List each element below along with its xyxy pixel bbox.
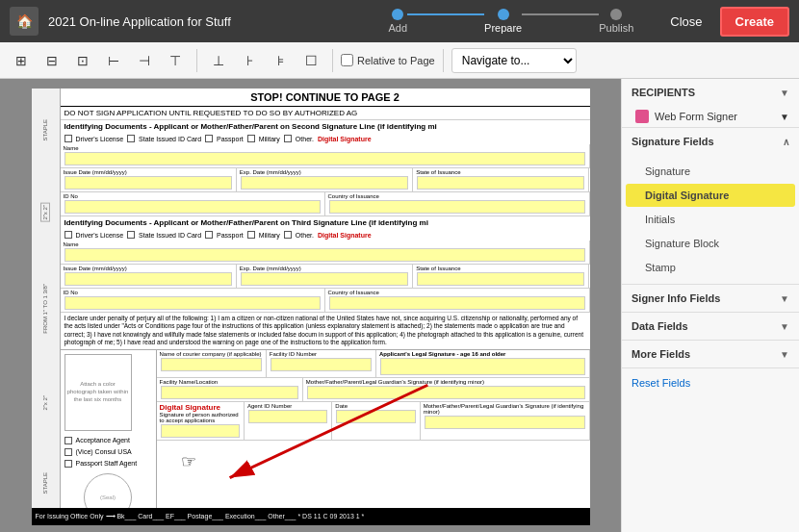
- relative-to-page-label: Relative to Page: [341, 54, 435, 66]
- step-line-2: [522, 13, 599, 15]
- exp-date-field-2[interactable]: [241, 272, 408, 286]
- toolbar-btn-6[interactable]: ⊤: [162, 47, 189, 74]
- doc-stop-header: STOP! CONTINUE TO PAGE 2: [61, 89, 590, 107]
- facility-id-field[interactable]: [271, 358, 372, 371]
- mother-sig2-cell: Mother/Father/Parent/Legal Guardian's Si…: [421, 402, 590, 440]
- courier-field[interactable]: [161, 358, 262, 371]
- sig-field-initials[interactable]: Initials: [626, 208, 795, 231]
- toolbar-separator-2: [332, 49, 333, 72]
- toolbar-btn-7[interactable]: ⊥: [205, 47, 232, 74]
- toolbar-btn-4[interactable]: ⊢: [100, 47, 127, 74]
- step-add[interactable]: Add: [388, 9, 407, 34]
- main-content: STAPLE 2"x 2" FROM 1" TO 1 3/8" 2"x 2" S…: [0, 79, 799, 532]
- more-fields-title: More Fields: [631, 348, 690, 360]
- toolbar-btn-3[interactable]: ⊡: [69, 47, 96, 74]
- state-field-2[interactable]: [417, 272, 584, 286]
- sig-fields-title: Signature Fields: [631, 136, 714, 147]
- relative-to-page-checkbox[interactable]: [341, 54, 353, 66]
- exp-date-cell-2: Exp. Date (mm/dd/yyyy): [237, 265, 413, 288]
- top-bar: 🏠 2021 On-line Application for Stuff Add…: [0, 0, 799, 42]
- checkbox-passport-2[interactable]: [205, 231, 213, 239]
- document-page: STAPLE 2"x 2" FROM 1" TO 1 3/8" 2"x 2" S…: [32, 89, 590, 525]
- country-field-1[interactable]: [329, 200, 585, 214]
- signer-info-header[interactable]: Signer Info Fields ▼: [622, 285, 799, 312]
- country-field-2[interactable]: [329, 296, 585, 310]
- dates-row-1: Issue Date (mm/dd/yyyy) Exp. Date (mm/dd…: [61, 168, 590, 192]
- data-fields-header[interactable]: Data Fields ▼: [622, 313, 799, 340]
- more-fields-header[interactable]: More Fields ▼: [622, 341, 799, 367]
- agent-id-field[interactable]: [248, 410, 327, 423]
- id-field-1[interactable]: [64, 200, 321, 214]
- name-field-2[interactable]: [64, 248, 585, 262]
- step-prepare[interactable]: Prepare: [484, 9, 522, 34]
- create-button[interactable]: Create: [720, 7, 789, 37]
- checkbox-state-id-1[interactable]: [127, 135, 135, 142]
- courier-row: Name of courier company (if applicable) …: [157, 350, 590, 378]
- legal-sig-field[interactable]: [380, 358, 585, 375]
- facility-row: Facility Name/Location Mother/Father/Par…: [157, 378, 590, 402]
- state-field-1[interactable]: [417, 176, 584, 190]
- checkbox-military-2[interactable]: [247, 231, 255, 239]
- checkbox-drivers-license-2[interactable]: [64, 231, 72, 239]
- sig-fields-header[interactable]: Signature Fields ∧: [622, 128, 799, 155]
- exp-date-field-1[interactable]: [241, 176, 408, 190]
- staple-dim1: 2"x 2": [40, 203, 50, 222]
- checkbox-other-2[interactable]: [284, 231, 292, 239]
- checkbox-military-1[interactable]: [247, 135, 255, 142]
- date-field[interactable]: [336, 410, 415, 423]
- reset-fields-link[interactable]: Reset Fields: [631, 377, 690, 389]
- facility-name-field[interactable]: [161, 386, 298, 399]
- id-field-2[interactable]: [64, 296, 321, 310]
- digital-sig-label-1: Digital Signature: [318, 136, 372, 142]
- date-cell: Date: [332, 402, 420, 440]
- signer-info-title: Signer Info Fields: [631, 292, 720, 304]
- vice-consul-row: (Vice) Consul USA: [61, 446, 156, 458]
- agent-row: Digital Signature Signature of person au…: [157, 402, 590, 441]
- id-row-1: ID No Country of Issuance: [61, 192, 590, 216]
- mother-sig-field[interactable]: [307, 386, 585, 399]
- sig-fields-list: Signature Digital Signature Initials Sig…: [622, 155, 799, 284]
- sig-field-stamp[interactable]: Stamp: [626, 256, 795, 279]
- data-fields-chevron: ▼: [780, 321, 789, 332]
- toolbar-btn-10[interactable]: ☐: [297, 47, 324, 74]
- recipient-label: Web Form Signer: [655, 111, 737, 122]
- digital-sig-bottom-label: Digital Signature: [160, 403, 241, 412]
- checkbox-drivers-license-1[interactable]: [64, 135, 72, 142]
- recipients-header[interactable]: RECIPIENTS ▼: [622, 79, 799, 106]
- sig-fields-chevron: ∧: [783, 137, 789, 147]
- name-field-1[interactable]: [64, 152, 585, 165]
- vice-consul-checkbox[interactable]: [64, 448, 72, 456]
- recipients-chevron: ▼: [780, 88, 789, 98]
- more-fields-section: More Fields ▼: [622, 341, 799, 368]
- state-cell-1: State of Issuance: [413, 168, 589, 191]
- digital-sig-field[interactable]: [161, 424, 240, 438]
- home-button[interactable]: 🏠: [10, 7, 39, 36]
- acceptance-agent-checkbox[interactable]: [64, 437, 72, 444]
- toolbar-btn-9[interactable]: ⊧: [267, 47, 294, 74]
- body-text: I declare under penalty of perjury all o…: [61, 313, 590, 349]
- left-form-area: Attach a color photograph taken within t…: [61, 350, 157, 525]
- mother-sig2-field[interactable]: [425, 416, 585, 429]
- staple-bottom: STAPLE: [42, 472, 48, 494]
- toolbar-btn-5[interactable]: ⊣: [131, 47, 158, 74]
- sig-field-signature-block[interactable]: Signature Block: [626, 232, 795, 255]
- recipient-item[interactable]: Web Form Signer ▼: [622, 106, 799, 127]
- checkbox-passport-1[interactable]: [205, 135, 213, 142]
- sig-field-signature[interactable]: Signature: [626, 160, 795, 183]
- digital-sig-label-2: Digital Signature: [318, 232, 372, 239]
- toolbar-btn-8[interactable]: ⊦: [236, 47, 263, 74]
- toolbar-btn-2[interactable]: ⊟: [39, 47, 65, 74]
- issue-date-field-1[interactable]: [64, 176, 232, 190]
- toolbar-btn-1[interactable]: ⊞: [8, 47, 35, 74]
- passport-staff-checkbox[interactable]: [64, 460, 72, 468]
- issue-date-field-2[interactable]: [64, 272, 232, 286]
- sig-field-digital-signature[interactable]: Digital Signature: [626, 184, 795, 207]
- name-row-1: Name: [61, 144, 590, 168]
- checkbox-other-1[interactable]: [284, 135, 292, 142]
- step-publish[interactable]: Publish: [599, 9, 633, 34]
- close-button[interactable]: Close: [662, 10, 709, 34]
- navigate-to-select[interactable]: Navigate to...: [451, 48, 577, 73]
- checkbox-state-id-2[interactable]: [127, 231, 135, 239]
- home-icon: 🏠: [16, 13, 33, 29]
- legal-sig-cell: Applicant's Legal Signature - age 16 and…: [376, 350, 590, 377]
